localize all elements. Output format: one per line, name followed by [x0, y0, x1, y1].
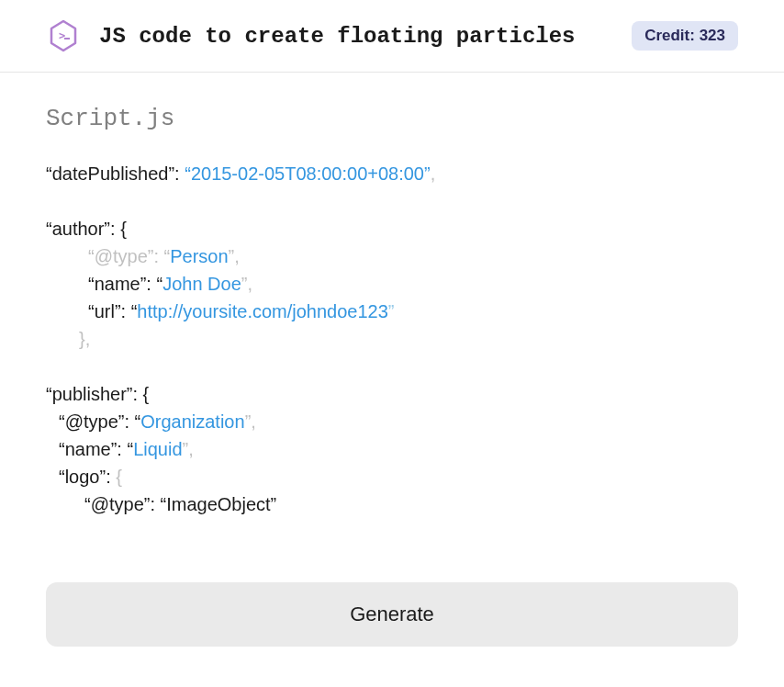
script-filename: Script.js — [46, 105, 738, 132]
code-line: “@type”: “ImageObject” — [46, 490, 738, 518]
code-line: “author”: { — [46, 215, 738, 242]
logo-icon: > — [46, 18, 81, 53]
page-title: JS code to create floating particles — [99, 24, 632, 49]
header: > JS code to create floating particles C… — [0, 0, 784, 73]
content: Script.js “datePublished”: “2015-02-05T0… — [0, 73, 784, 536]
generate-button[interactable]: Generate — [46, 582, 738, 647]
code-line: “@type”: “Person”, — [46, 242, 738, 270]
code-line: “publisher”: { — [46, 380, 738, 408]
code-block: “datePublished”: “2015-02-05T08:00:00+08… — [46, 160, 738, 518]
code-line: “@type”: “Organization”, — [46, 408, 738, 435]
code-line: }, — [46, 325, 738, 353]
code-line: “datePublished”: “2015-02-05T08:00:00+08… — [46, 160, 738, 187]
code-line: “name”: “John Doe”, — [46, 270, 738, 298]
svg-rect-2 — [64, 38, 70, 39]
code-line: “name”: “Liquid”, — [46, 435, 738, 463]
code-line: “logo”: { — [46, 463, 738, 490]
svg-text:>: > — [59, 29, 65, 42]
code-line: “url”: “http://yoursite.com/johndoe123” — [46, 298, 738, 325]
credit-badge: Credit: 323 — [632, 21, 738, 51]
